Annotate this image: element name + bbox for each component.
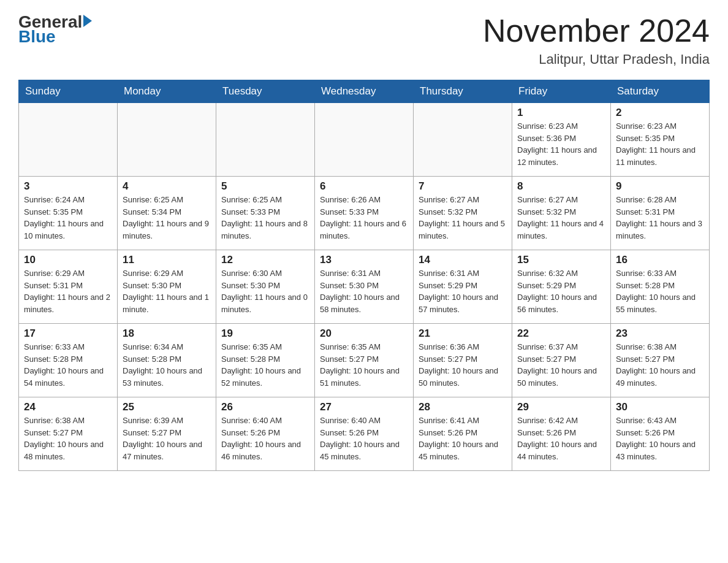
day-number-16: 16	[616, 254, 704, 266]
calendar-cell-w5-d1: 24Sunrise: 6:38 AM Sunset: 5:27 PM Dayli…	[19, 397, 118, 471]
calendar-cell-w2-d7: 9Sunrise: 6:28 AM Sunset: 5:31 PM Daylig…	[611, 177, 710, 250]
calendar-table: Sunday Monday Tuesday Wednesday Thursday…	[18, 80, 710, 471]
day-info-10: Sunrise: 6:29 AM Sunset: 5:31 PM Dayligh…	[24, 267, 112, 315]
calendar-cell-w4-d1: 17Sunrise: 6:33 AM Sunset: 5:28 PM Dayli…	[19, 324, 118, 397]
day-number-14: 14	[419, 254, 507, 266]
day-number-30: 30	[616, 401, 704, 413]
month-title: November 2024	[483, 12, 710, 49]
logo-triangle-icon	[83, 15, 92, 27]
calendar-cell-w3-d7: 16Sunrise: 6:33 AM Sunset: 5:28 PM Dayli…	[611, 250, 710, 324]
day-number-12: 12	[221, 254, 309, 266]
day-info-19: Sunrise: 6:35 AM Sunset: 5:28 PM Dayligh…	[221, 341, 309, 389]
calendar-cell-w2-d6: 8Sunrise: 6:27 AM Sunset: 5:32 PM Daylig…	[512, 177, 611, 250]
calendar-cell-w3-d5: 14Sunrise: 6:31 AM Sunset: 5:29 PM Dayli…	[414, 250, 512, 324]
day-number-27: 27	[320, 401, 408, 413]
logo: General Blue	[18, 12, 92, 47]
col-wednesday: Wednesday	[315, 80, 414, 103]
day-info-21: Sunrise: 6:36 AM Sunset: 5:27 PM Dayligh…	[419, 341, 507, 389]
calendar-cell-w5-d7: 30Sunrise: 6:43 AM Sunset: 5:26 PM Dayli…	[611, 397, 710, 471]
calendar-cell-w3-d2: 11Sunrise: 6:29 AM Sunset: 5:30 PM Dayli…	[118, 250, 216, 324]
col-sunday: Sunday	[19, 80, 118, 103]
week-row-5: 24Sunrise: 6:38 AM Sunset: 5:27 PM Dayli…	[19, 397, 710, 471]
day-info-25: Sunrise: 6:39 AM Sunset: 5:27 PM Dayligh…	[123, 415, 211, 462]
calendar-cell-w4-d3: 19Sunrise: 6:35 AM Sunset: 5:28 PM Dayli…	[216, 324, 315, 397]
day-number-11: 11	[123, 254, 211, 266]
col-thursday: Thursday	[414, 80, 512, 103]
calendar-cell-w2-d4: 6Sunrise: 6:26 AM Sunset: 5:33 PM Daylig…	[315, 177, 414, 250]
calendar-cell-w5-d3: 26Sunrise: 6:40 AM Sunset: 5:26 PM Dayli…	[216, 397, 315, 471]
day-number-13: 13	[320, 254, 408, 266]
day-number-23: 23	[616, 327, 704, 340]
day-number-8: 8	[517, 180, 605, 193]
col-saturday: Saturday	[611, 80, 710, 103]
calendar-cell-w2-d5: 7Sunrise: 6:27 AM Sunset: 5:32 PM Daylig…	[414, 177, 512, 250]
day-number-29: 29	[517, 401, 605, 413]
calendar-cell-w2-d1: 3Sunrise: 6:24 AM Sunset: 5:35 PM Daylig…	[19, 177, 118, 250]
day-number-26: 26	[221, 401, 309, 413]
calendar-cell-w4-d6: 22Sunrise: 6:37 AM Sunset: 5:27 PM Dayli…	[512, 324, 611, 397]
day-number-7: 7	[419, 180, 507, 193]
day-number-5: 5	[221, 180, 309, 193]
calendar-cell-w5-d6: 29Sunrise: 6:42 AM Sunset: 5:26 PM Dayli…	[512, 397, 611, 471]
day-info-4: Sunrise: 6:25 AM Sunset: 5:34 PM Dayligh…	[123, 194, 211, 242]
day-info-12: Sunrise: 6:30 AM Sunset: 5:30 PM Dayligh…	[221, 267, 309, 315]
day-info-5: Sunrise: 6:25 AM Sunset: 5:33 PM Dayligh…	[221, 194, 309, 242]
day-number-15: 15	[517, 254, 605, 266]
logo-blue: Blue	[18, 27, 56, 47]
day-number-4: 4	[123, 180, 211, 193]
day-number-10: 10	[24, 254, 112, 266]
week-row-2: 3Sunrise: 6:24 AM Sunset: 5:35 PM Daylig…	[19, 177, 710, 250]
day-number-22: 22	[517, 327, 605, 340]
day-number-1: 1	[517, 107, 605, 119]
day-info-30: Sunrise: 6:43 AM Sunset: 5:26 PM Dayligh…	[616, 415, 704, 462]
col-monday: Monday	[118, 80, 216, 103]
day-info-26: Sunrise: 6:40 AM Sunset: 5:26 PM Dayligh…	[221, 415, 309, 462]
day-info-9: Sunrise: 6:28 AM Sunset: 5:31 PM Dayligh…	[616, 194, 704, 242]
day-info-16: Sunrise: 6:33 AM Sunset: 5:28 PM Dayligh…	[616, 267, 704, 315]
calendar-cell-w5-d5: 28Sunrise: 6:41 AM Sunset: 5:26 PM Dayli…	[414, 397, 512, 471]
calendar-cell-w4-d5: 21Sunrise: 6:36 AM Sunset: 5:27 PM Dayli…	[414, 324, 512, 397]
day-info-28: Sunrise: 6:41 AM Sunset: 5:26 PM Dayligh…	[419, 415, 507, 462]
calendar-cell-w1-d2	[118, 103, 216, 177]
day-info-27: Sunrise: 6:40 AM Sunset: 5:26 PM Dayligh…	[320, 415, 408, 462]
calendar-header-row: Sunday Monday Tuesday Wednesday Thursday…	[19, 80, 710, 103]
calendar-cell-w1-d6: 1Sunrise: 6:23 AM Sunset: 5:36 PM Daylig…	[512, 103, 611, 177]
day-info-29: Sunrise: 6:42 AM Sunset: 5:26 PM Dayligh…	[517, 415, 605, 462]
calendar-cell-w1-d4	[315, 103, 414, 177]
calendar-cell-w5-d2: 25Sunrise: 6:39 AM Sunset: 5:27 PM Dayli…	[118, 397, 216, 471]
calendar-cell-w3-d4: 13Sunrise: 6:31 AM Sunset: 5:30 PM Dayli…	[315, 250, 414, 324]
day-number-21: 21	[419, 327, 507, 340]
col-friday: Friday	[512, 80, 611, 103]
week-row-3: 10Sunrise: 6:29 AM Sunset: 5:31 PM Dayli…	[19, 250, 710, 324]
day-number-28: 28	[419, 401, 507, 413]
day-number-25: 25	[123, 401, 211, 413]
calendar-cell-w1-d1	[19, 103, 118, 177]
day-info-18: Sunrise: 6:34 AM Sunset: 5:28 PM Dayligh…	[123, 341, 211, 389]
page-header: General Blue November 2024 Lalitpur, Utt…	[18, 12, 710, 67]
day-info-8: Sunrise: 6:27 AM Sunset: 5:32 PM Dayligh…	[517, 194, 605, 242]
day-info-24: Sunrise: 6:38 AM Sunset: 5:27 PM Dayligh…	[24, 415, 112, 462]
day-info-20: Sunrise: 6:35 AM Sunset: 5:27 PM Dayligh…	[320, 341, 408, 389]
day-number-20: 20	[320, 327, 408, 340]
location-title: Lalitpur, Uttar Pradesh, India	[483, 52, 710, 67]
day-number-19: 19	[221, 327, 309, 340]
day-info-6: Sunrise: 6:26 AM Sunset: 5:33 PM Dayligh…	[320, 194, 408, 242]
calendar-cell-w1-d7: 2Sunrise: 6:23 AM Sunset: 5:35 PM Daylig…	[611, 103, 710, 177]
day-info-13: Sunrise: 6:31 AM Sunset: 5:30 PM Dayligh…	[320, 267, 408, 315]
day-info-1: Sunrise: 6:23 AM Sunset: 5:36 PM Dayligh…	[517, 120, 605, 168]
calendar-cell-w3-d6: 15Sunrise: 6:32 AM Sunset: 5:29 PM Dayli…	[512, 250, 611, 324]
calendar-cell-w4-d7: 23Sunrise: 6:38 AM Sunset: 5:27 PM Dayli…	[611, 324, 710, 397]
day-number-24: 24	[24, 401, 112, 413]
day-info-11: Sunrise: 6:29 AM Sunset: 5:30 PM Dayligh…	[123, 267, 211, 315]
calendar-cell-w5-d4: 27Sunrise: 6:40 AM Sunset: 5:26 PM Dayli…	[315, 397, 414, 471]
calendar-cell-w4-d2: 18Sunrise: 6:34 AM Sunset: 5:28 PM Dayli…	[118, 324, 216, 397]
calendar-cell-w2-d2: 4Sunrise: 6:25 AM Sunset: 5:34 PM Daylig…	[118, 177, 216, 250]
day-info-7: Sunrise: 6:27 AM Sunset: 5:32 PM Dayligh…	[419, 194, 507, 242]
day-number-9: 9	[616, 180, 704, 193]
title-area: November 2024 Lalitpur, Uttar Pradesh, I…	[483, 12, 710, 67]
calendar-cell-w3-d1: 10Sunrise: 6:29 AM Sunset: 5:31 PM Dayli…	[19, 250, 118, 324]
day-info-23: Sunrise: 6:38 AM Sunset: 5:27 PM Dayligh…	[616, 341, 704, 389]
day-number-2: 2	[616, 107, 704, 119]
calendar-cell-w1-d5	[414, 103, 512, 177]
calendar-cell-w1-d3	[216, 103, 315, 177]
